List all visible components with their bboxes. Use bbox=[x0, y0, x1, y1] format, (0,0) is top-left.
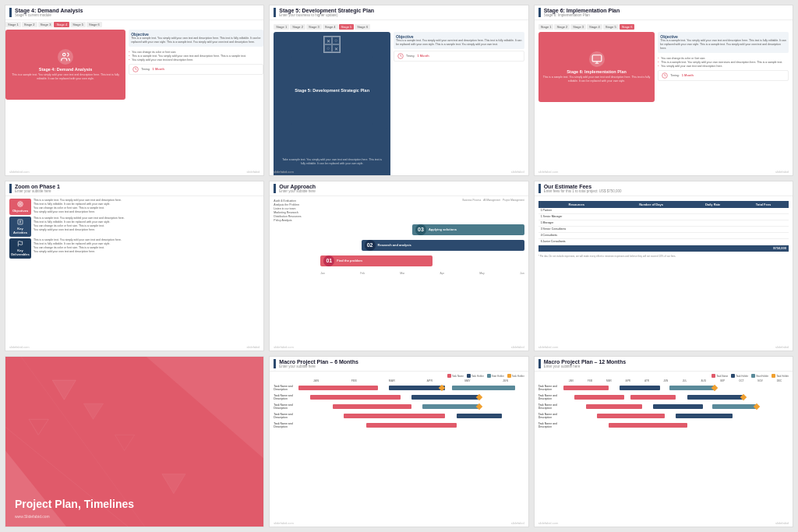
s9-row4-label: Task Name and Description bbox=[538, 413, 562, 420]
stage5-btn[interactable]: Stage 5 bbox=[70, 22, 86, 27]
s9-row5-bars bbox=[563, 421, 789, 429]
slide6-header: Our Estimate Fees Enter fees for this 1 … bbox=[535, 181, 793, 196]
s8-m4: APR bbox=[411, 379, 449, 382]
slide3-stages-nav: Stage 1 Stage 2 Stage 3 Stage 4 Stage 5 … bbox=[538, 24, 789, 30]
slide8-header: Macro Project Plan – 6 Months Enter your… bbox=[270, 357, 528, 372]
fees-r2-c1: 1 Senior Manager bbox=[538, 213, 615, 220]
legend-text3: Start Holder bbox=[492, 375, 504, 378]
slide-project-plan-cover: Project Plan, Timelines www.Slidefabid.c… bbox=[5, 356, 264, 527]
s9-row4-bars bbox=[563, 412, 789, 420]
slide3-stage3-btn[interactable]: Stage 3 bbox=[570, 24, 586, 30]
slide8-title: Macro Project Plan – 6 Months bbox=[279, 359, 358, 365]
slide9-header: Macro Project Plan – 12 Months Enter you… bbox=[535, 357, 793, 372]
s8-row1-bars bbox=[298, 384, 524, 392]
slide5-rl3: Project Management bbox=[503, 199, 524, 202]
slide9-header-bar bbox=[538, 359, 541, 368]
s9-m4: APR bbox=[619, 379, 637, 382]
slide3-bullet3: You simply add your own text and descrip… bbox=[658, 65, 789, 68]
slide8-row4: Task Name and Description bbox=[274, 412, 524, 420]
slide6-header-bar bbox=[538, 184, 541, 193]
s9-legend-item1: Task Name bbox=[711, 374, 728, 378]
s8-row5-bars bbox=[298, 421, 524, 429]
slide4-title: Zoom on Phase 1 bbox=[15, 184, 60, 189]
fees-col2: Number of Days bbox=[615, 201, 688, 208]
s8-r2-b2 bbox=[411, 395, 479, 400]
step3-num: 03 bbox=[415, 224, 426, 235]
slide2-stage2-btn[interactable]: Stage 2 bbox=[290, 24, 305, 30]
slide2-stage6-btn[interactable]: Stage 6 bbox=[355, 24, 370, 30]
fees-r6-c1: 6 Junior Consultants bbox=[538, 238, 615, 245]
slide5-content: Audit & Evaluation Analysis the Problem … bbox=[270, 196, 528, 277]
step2-label: Research and analysis bbox=[378, 243, 411, 247]
slide8-month-header: JAN FEB MAR APR MAY JUN bbox=[274, 379, 524, 382]
slide3-bullets: You can change its color or font size. T… bbox=[658, 56, 789, 69]
slide1-box-desc: This is a sample text. You simply add yo… bbox=[9, 73, 122, 81]
slide3-main-area: Stage 6: Implementation Plan This is a s… bbox=[538, 32, 789, 102]
s8-m1: JAN bbox=[297, 379, 335, 382]
stage6-btn[interactable]: Stage 6 bbox=[87, 22, 102, 27]
fees-r5-c2 bbox=[615, 232, 688, 238]
fees-r4-c3 bbox=[687, 226, 738, 232]
slide2-stage1-btn[interactable]: Stage 1 bbox=[274, 24, 289, 30]
slide-approach: Our Approach Enter your subtitle here Au… bbox=[269, 181, 528, 352]
fees-r1-c3 bbox=[687, 208, 738, 214]
s9-m1: JAN bbox=[562, 379, 581, 382]
slide2-box-desc: Take a sample text. You simply add your … bbox=[277, 127, 387, 176]
slide1-bullet1: You can change its color or font size. bbox=[129, 51, 263, 54]
legend-item2: Task Holder bbox=[467, 374, 484, 378]
slide2-header-bar bbox=[274, 8, 276, 17]
stage2-btn[interactable]: Stage 2 bbox=[22, 22, 37, 27]
slide3-box-title: Stage 6: Implementation Plan bbox=[567, 69, 627, 74]
slide2-timing-val: 1 Month bbox=[417, 54, 429, 58]
slide3-bullet2: This is a sample text. You simply add yo… bbox=[658, 61, 789, 64]
stage4-btn[interactable]: Stage 4 bbox=[54, 22, 69, 27]
stage1-btn[interactable]: Stage 1 bbox=[5, 22, 21, 27]
slide3-stage2-btn[interactable]: Stage 2 bbox=[554, 24, 570, 30]
legend-text4: Task Holder bbox=[512, 375, 524, 378]
svg-point-0 bbox=[63, 53, 66, 56]
s8-row4-bars bbox=[298, 412, 524, 420]
slide2-timing-label: Timing: bbox=[406, 55, 415, 58]
slide5-ll1: Audit & Evaluation bbox=[274, 199, 316, 203]
slide1-obj-text: This is a sample text. You simply add yo… bbox=[131, 37, 261, 44]
slide2-title: Stage 5: Development Strategic Plan bbox=[279, 8, 374, 13]
slide1-pink-box: Stage 4: Demand Analysis This is a sampl… bbox=[5, 30, 125, 100]
slide3-stage1-btn[interactable]: Stage 1 bbox=[538, 24, 554, 30]
slide8-content: Task Name Task Holder Start Holder Task … bbox=[270, 372, 528, 433]
s8-m5: MAY bbox=[449, 379, 487, 382]
slide2-dark-box: ✕ ○ ○ ✕ Stage 5: Development Strategic P… bbox=[274, 32, 390, 176]
slide1-timing: Timing: 1 Month bbox=[129, 64, 263, 75]
slide3-box-desc: This is a sample text. You simply add yo… bbox=[542, 76, 651, 83]
slide2-stage5-btn[interactable]: Stage 5 bbox=[339, 24, 355, 30]
s9-m8: AUG bbox=[694, 379, 713, 382]
slide5-rl1: Business Process bbox=[462, 199, 481, 202]
slide4-keyact-label: Key Activities bbox=[9, 217, 31, 237]
slide9-row4: Task Name and Description bbox=[538, 412, 789, 420]
stage3-btn[interactable]: Stage 3 bbox=[38, 22, 54, 27]
slide9-row3: Task Name and Description bbox=[538, 403, 789, 410]
fees-r6-c2 bbox=[615, 238, 688, 245]
svg-point-6 bbox=[19, 203, 22, 206]
slide3-stage4-btn[interactable]: Stage 4 bbox=[587, 24, 602, 30]
slide3-subtitle: Stage 6: Implementation Plan bbox=[544, 13, 620, 17]
slide5-ll6: Policy Analysis bbox=[274, 219, 316, 222]
slide4-keyact-content: This is a sample text. You simply added … bbox=[34, 217, 260, 237]
slide3-stage6-btn[interactable]: Stage 6 bbox=[620, 24, 635, 30]
slide1-right-box: Objective This is a sample text. You sim… bbox=[129, 30, 263, 100]
s8-r1-b1 bbox=[298, 386, 377, 390]
slide4-watermark2: slidefabid bbox=[246, 345, 260, 349]
fees-r6-c4 bbox=[738, 238, 789, 245]
legend-item3: Start Holder bbox=[487, 374, 504, 378]
slide-fees: Our Estimate Fees Enter fees for this 1 … bbox=[534, 181, 793, 352]
slide1-icon bbox=[58, 49, 73, 65]
slide3-content: Stage 1 Stage 2 Stage 3 Stage 4 Stage 5 … bbox=[535, 20, 793, 104]
slide9-month-header: JAN FEB MAR APR ATR JUN JUL AUG SEP OCT … bbox=[538, 379, 789, 382]
slide4-obj-label: Objectives bbox=[9, 199, 31, 215]
slide2-stage3-btn[interactable]: Stage 3 bbox=[306, 24, 322, 30]
slide2-stage4-btn[interactable]: Stage 4 bbox=[323, 24, 338, 30]
fees-r4-c4 bbox=[738, 226, 789, 232]
s9-m10: OCT bbox=[732, 379, 750, 382]
slide5-header-bar bbox=[274, 184, 276, 193]
slide4-keyact-text: Key Activities bbox=[12, 227, 29, 234]
slide3-stage5-btn[interactable]: Stage 5 bbox=[603, 24, 619, 30]
